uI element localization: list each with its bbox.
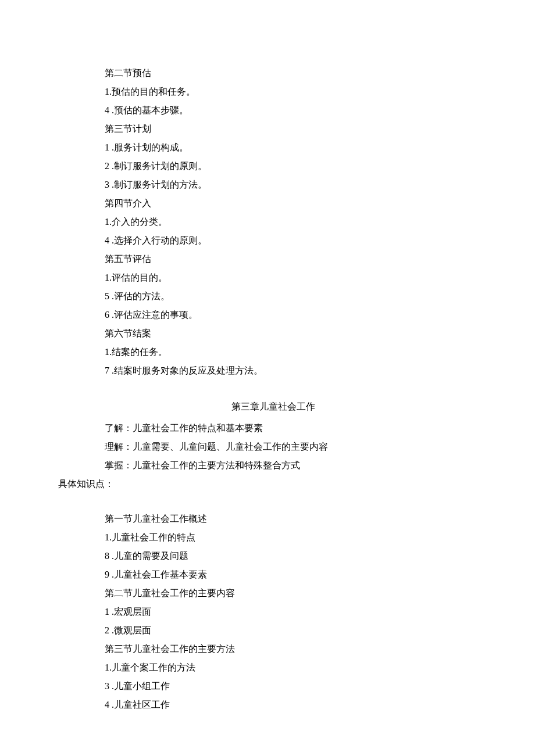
chapter-3-sub3-item: 1.儿童个案工作的方法 [58, 658, 488, 677]
chapter-3-sub3-title: 第三节儿童社会工作的主要方法 [58, 640, 488, 658]
section-2-title: 第二节预估 [58, 64, 488, 83]
chapter-3-sub3-item: 3 .儿童小组工作 [58, 677, 488, 696]
section-3-item: 2 .制订服务计划的原则。 [58, 157, 488, 175]
chapter-3-sub1-item: 8 .儿童的需要及问题 [58, 547, 488, 565]
section-4-item: 4 .选择介入行动的原则。 [58, 231, 488, 250]
section-5-title: 第五节评估 [58, 250, 488, 268]
blank-line [58, 493, 488, 510]
section-5-item: 6 .评估应注意的事项。 [58, 306, 488, 324]
section-5-item: 5 .评估的方法。 [58, 287, 488, 306]
knowledge-points-label: 具体知识点： [58, 475, 488, 493]
chapter-3-sub1-title: 第一节儿童社会工作概述 [58, 510, 488, 528]
chapter-3-intro: 掌握：儿童社会工作的主要方法和特殊整合方式 [58, 456, 488, 475]
chapter-3-intro: 了解：儿童社会工作的特点和基本要素 [58, 419, 488, 438]
section-5-item: 1.评估的目的。 [58, 268, 488, 287]
section-2-item: 1.预估的目的和任务。 [58, 83, 488, 101]
section-3-title: 第三节计划 [58, 120, 488, 138]
chapter-3-sub1-item: 1.儿童社会工作的特点 [58, 528, 488, 547]
section-2-item: 4 .预估的基本步骤。 [58, 101, 488, 120]
document-page: 第二节预估 1.预估的目的和任务。 4 .预估的基本步骤。 第三节计划 1 .服… [0, 0, 535, 756]
chapter-3-sub2-item: 1 .宏观层面 [58, 603, 488, 621]
chapter-3-sub2-item: 2 .微观层面 [58, 621, 488, 640]
section-4-title: 第四节介入 [58, 194, 488, 213]
chapter-3-sub1-item: 9 .儿童社会工作基本要素 [58, 565, 488, 584]
section-6-title: 第六节结案 [58, 324, 488, 343]
chapter-3-sub2-title: 第二节儿童社会工作的主要内容 [58, 584, 488, 603]
section-6-item: 1.结案的任务。 [58, 343, 488, 361]
section-6-item: 7 .结案时服务对象的反应及处理方法。 [58, 361, 488, 380]
section-3-item: 3 .制订服务计划的方法。 [58, 175, 488, 194]
chapter-3-title: 第三章儿童社会工作 [58, 397, 488, 416]
chapter-3-sub3-item: 4 .儿童社区工作 [58, 696, 488, 714]
chapter-3-intro: 理解：儿童需要、儿童问题、儿童社会工作的主要内容 [58, 438, 488, 456]
section-4-item: 1.介入的分类。 [58, 213, 488, 231]
section-3-item: 1 .服务计划的构成。 [58, 138, 488, 157]
